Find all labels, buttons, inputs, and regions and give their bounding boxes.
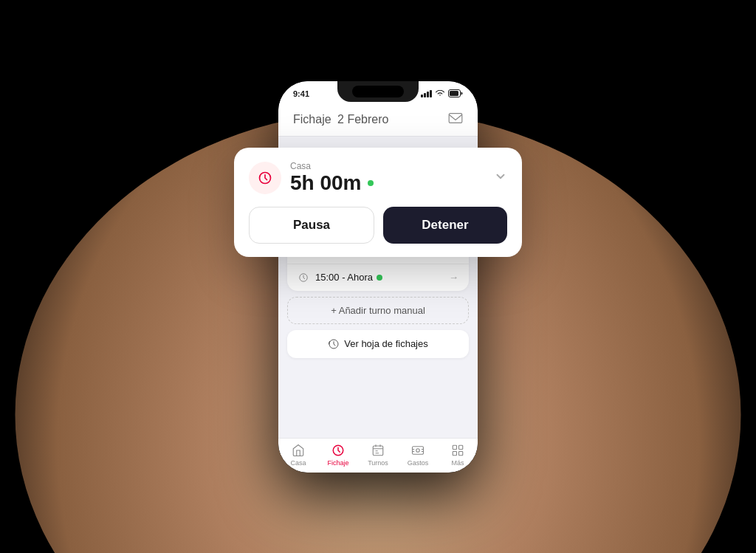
phone: 9:41 — [278, 81, 478, 473]
popup-timer-value: 5h 00m — [290, 171, 374, 195]
phone-notch — [337, 81, 419, 102]
tab-gastos-label: Gastos — [408, 459, 429, 467]
popup-clock-background — [249, 162, 281, 194]
ver-hoja-label: Ver hoja de fichajes — [344, 338, 427, 349]
tab-fichaje-label: Fichaje — [327, 459, 348, 467]
tab-bar: Casa Fichaje — [278, 438, 478, 473]
gastos-icon — [410, 443, 425, 458]
tab-gastos[interactable]: Gastos — [402, 443, 435, 467]
signal-icon — [421, 90, 432, 97]
svg-rect-11 — [453, 445, 456, 449]
entry-active-dot — [377, 275, 382, 281]
scene: Casa 5h 00m Pausa Detener — [0, 0, 756, 553]
svg-rect-14 — [459, 451, 463, 455]
popup-info: Casa 5h 00m — [290, 161, 374, 195]
phone-wrapper: Casa 5h 00m Pausa Detener — [278, 81, 478, 473]
mail-icon[interactable] — [448, 112, 463, 127]
fichaje-icon — [331, 443, 346, 458]
home-icon — [291, 443, 306, 458]
clock-entry-icon — [298, 272, 309, 284]
svg-rect-9 — [413, 446, 424, 454]
add-manual-label: + Añadir turno manual — [331, 305, 425, 316]
more-icon — [450, 443, 465, 458]
popup-timer-left: Casa 5h 00m — [249, 161, 374, 195]
popup-buttons: Pausa Detener — [249, 207, 507, 244]
app-header-title: Fichaje 2 Febrero — [293, 113, 388, 126]
popup-card: Casa 5h 00m Pausa Detener — [234, 148, 522, 257]
entry-row-2[interactable]: 15:00 - Ahora → — [287, 264, 469, 291]
add-manual-button[interactable]: + Añadir turno manual — [287, 297, 469, 324]
popup-chevron-icon[interactable] — [494, 170, 507, 186]
tab-casa[interactable]: Casa — [282, 443, 315, 467]
tab-mas-label: Más — [451, 459, 464, 467]
svg-point-10 — [416, 448, 420, 452]
notch-pill — [352, 86, 404, 97]
popup-clock-icon — [258, 171, 272, 185]
pause-button[interactable]: Pausa — [249, 207, 374, 244]
clock-history-icon — [328, 338, 340, 350]
popup-green-dot — [368, 180, 374, 186]
svg-rect-12 — [459, 445, 463, 449]
svg-rect-2 — [450, 91, 458, 96]
entry-row-2-left: 15:00 - Ahora — [298, 272, 382, 284]
tab-turnos-label: Turnos — [368, 459, 388, 467]
phone-screen: 9:41 — [278, 81, 478, 473]
status-time: 9:41 — [293, 89, 309, 98]
app-header-date: 2 Febrero — [337, 113, 388, 126]
svg-rect-3 — [449, 113, 462, 123]
tab-mas[interactable]: Más — [441, 443, 475, 467]
wifi-icon — [435, 90, 445, 97]
entry-row-2-time: 15:00 - Ahora — [315, 272, 382, 283]
stop-button[interactable]: Detener — [383, 207, 507, 244]
ver-hoja-button[interactable]: Ver hoja de fichajes — [287, 330, 469, 358]
status-icons — [421, 89, 463, 97]
battery-icon — [448, 89, 463, 97]
tab-fichaje[interactable]: Fichaje — [322, 443, 355, 467]
popup-timer-row: Casa 5h 00m — [249, 161, 507, 195]
entry-row-2-arrow: → — [449, 272, 458, 283]
svg-rect-13 — [453, 451, 456, 455]
tab-turnos[interactable]: Turnos — [362, 443, 395, 467]
popup-location: Casa — [290, 161, 374, 171]
turnos-icon — [371, 443, 385, 458]
svg-rect-8 — [373, 446, 383, 456]
tab-casa-label: Casa — [290, 459, 306, 467]
